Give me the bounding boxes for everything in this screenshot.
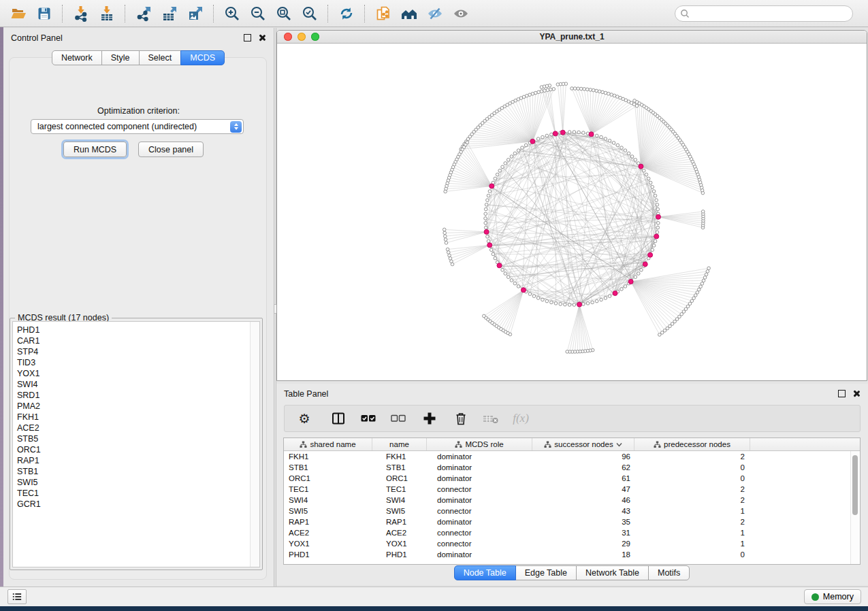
mcds-result-item[interactable]: PMA2 [13,401,259,412]
cell: 2 [634,485,750,493]
criterion-select[interactable]: largest connected component (undirected) [31,119,244,134]
mcds-result-list[interactable]: PHD1CAR1STP4TID3YOX1SWI4SRD1PMA2FKH1ACE2… [12,321,260,567]
show-all-button[interactable] [449,3,472,24]
delete-table-icon [482,411,500,426]
first-neighbors-button[interactable] [398,3,421,24]
save-icon [36,5,52,22]
close-panel-icon[interactable] [258,34,266,42]
column-header-predecessor-nodes[interactable]: predecessor nodes [634,438,750,450]
column-header-shared-name[interactable]: shared name [284,438,372,450]
delete-column-button[interactable] [451,408,471,429]
tab-network[interactable]: Network [52,50,102,65]
table-row[interactable]: SWI5SWI5connector431 [284,506,860,516]
table-row[interactable]: ACE2ACE2connector311 [284,527,860,538]
import-table-button[interactable] [95,3,118,24]
mcds-result-item[interactable]: STP4 [13,346,259,357]
float-panel-icon[interactable] [838,390,846,397]
deselect-all-button[interactable] [388,408,408,429]
show-columns-button[interactable] [328,408,349,429]
mcds-result-item[interactable]: YOX1 [13,368,259,379]
status-bar: Memory [0,587,868,606]
mcds-list-scrollbar[interactable] [250,322,259,567]
zoom-fit-button[interactable] [272,3,295,24]
toolbar-separator [327,5,329,22]
trash-icon [453,411,468,426]
zoom-selected-button[interactable] [298,3,321,24]
hide-selected-button[interactable] [423,3,447,24]
run-mcds-button[interactable]: Run MCDS [63,142,127,157]
tab-motifs[interactable]: Motifs [648,565,690,580]
table-row[interactable]: RAP1RAP1dominator352 [284,516,860,527]
network-graph[interactable] [277,44,867,380]
mcds-result-item[interactable]: RAP1 [13,455,259,466]
close-panel-icon[interactable] [852,390,860,397]
table-settings-button[interactable]: ⚙ [294,408,315,429]
cell: 43 [532,507,634,515]
mcds-result-item[interactable]: GCR1 [13,499,259,510]
column-header-successor-nodes[interactable]: successor nodes [532,438,634,450]
mcds-result-item[interactable]: STB5 [13,433,259,444]
column-header-name[interactable]: name [372,438,427,450]
tab-select[interactable]: Select [139,50,182,65]
duplicate-network-button[interactable] [372,3,395,24]
tab-edge-table[interactable]: Edge Table [515,565,577,580]
add-column-button[interactable] [419,408,440,429]
zoom-out-button[interactable] [246,3,270,24]
apply-layout-button[interactable] [335,3,358,24]
mcds-result-item[interactable]: PHD1 [13,325,259,335]
mcds-result-item[interactable]: STB1 [13,466,259,477]
mcds-result-item[interactable]: SRD1 [13,390,259,401]
mcds-result-item[interactable]: SWI5 [13,477,259,488]
mcds-result-item[interactable]: FKH1 [13,412,259,423]
tab-mcds[interactable]: MCDS [180,50,225,65]
mcds-result-item[interactable]: TID3 [13,357,259,368]
tab-network-table[interactable]: Network Table [576,565,649,580]
column-header-MCDS-role[interactable]: MCDS role [427,438,532,450]
mcds-result-item[interactable]: ACE2 [13,423,259,433]
main-toolbar [0,0,868,27]
export-image-button[interactable] [184,3,207,24]
node-table: shared namenameMCDS rolesuccessor nodesp… [283,437,861,565]
import-network-button[interactable] [69,3,93,24]
cell: STB1 [372,463,427,472]
cell: dominator [427,496,532,504]
zoom-selected-icon [302,5,318,22]
table-scrollbar-thumb[interactable] [852,455,858,515]
mcds-result-item[interactable]: ORC1 [13,444,259,455]
tab-style[interactable]: Style [101,50,140,65]
cell: dominator [427,474,532,482]
network-window-titlebar[interactable]: YPA_prune.txt_1 [277,31,867,44]
open-file-button[interactable] [7,3,30,24]
status-menu-button[interactable] [7,589,27,604]
table-row[interactable]: SWI4SWI4dominator462 [284,495,860,506]
tab-node-table[interactable]: Node Table [454,565,516,580]
select-all-button[interactable] [358,408,379,429]
export-network-button[interactable] [132,3,155,24]
table-scrollbar[interactable] [850,451,859,564]
mcds-result-item[interactable]: CAR1 [13,335,259,346]
table-row[interactable]: PHD1PHD1dominator180 [284,549,860,560]
control-panel-tabs: NetworkStyleSelectMCDS [3,50,274,65]
table-row[interactable]: ORC1ORC1dominator610 [284,473,860,484]
table-row[interactable]: TEC1TEC1connector472 [284,484,860,495]
mcds-result-group: MCDS result (17 nodes) PHD1CAR1STP4TID3Y… [10,318,263,570]
export-table-icon [161,5,178,22]
search-input[interactable] [675,5,853,22]
table-row[interactable]: YOX1YOX1connector291 [284,538,860,549]
import-table-icon [99,5,115,22]
memory-label: Memory [823,592,854,601]
save-session-button[interactable] [33,3,56,24]
export-table-button[interactable] [158,3,181,24]
mcds-result-item[interactable]: SWI4 [13,379,259,390]
import-network-icon [73,5,89,22]
close-panel-button[interactable]: Close panel [138,142,204,157]
cell: 61 [532,474,634,482]
zoom-in-button[interactable] [221,3,244,24]
memory-button[interactable]: Memory [804,589,861,604]
zoom-fit-icon [276,5,292,22]
export-image-icon [187,5,204,22]
table-row[interactable]: STB1STB1dominator620 [284,462,860,473]
table-row[interactable]: FKH1FKH1dominator962 [284,451,860,462]
float-panel-icon[interactable] [244,34,251,42]
mcds-result-item[interactable]: TEC1 [13,488,259,499]
